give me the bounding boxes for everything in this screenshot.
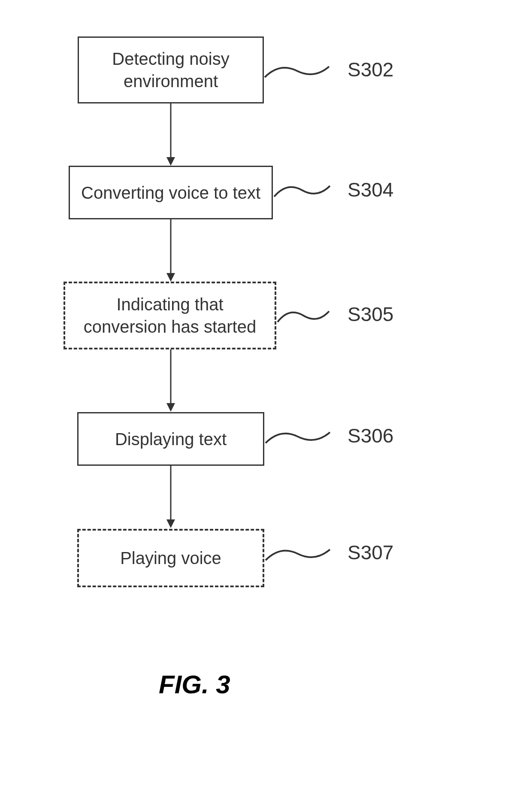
step-label-s306: S306 xyxy=(348,424,393,447)
step-box-s304: Converting voice to text xyxy=(69,166,273,219)
svg-marker-7 xyxy=(166,519,175,528)
step-label-s307: S307 xyxy=(348,541,393,564)
connector-s306 xyxy=(263,426,332,452)
arrow-2 xyxy=(164,219,177,284)
step-box-s305: Indicating thatconversion has started xyxy=(63,282,276,349)
step-text-s302: Detecting noisyenvironment xyxy=(112,48,229,92)
step-label-s302: S302 xyxy=(348,58,393,81)
svg-marker-3 xyxy=(166,273,175,282)
svg-marker-1 xyxy=(166,157,175,166)
step-label-s305: S305 xyxy=(348,303,393,326)
step-box-s306: Displaying text xyxy=(77,412,264,466)
step-text-s307: Playing voice xyxy=(120,547,221,569)
connector-s302 xyxy=(263,60,331,86)
step-label-s304: S304 xyxy=(348,178,393,201)
arrow-4 xyxy=(164,466,177,530)
flowchart-diagram: Detecting noisyenvironment S302 Converti… xyxy=(0,0,532,786)
connector-s307 xyxy=(263,543,332,569)
step-box-s302: Detecting noisyenvironment xyxy=(78,36,264,103)
figure-label: FIG. 3 xyxy=(159,670,230,699)
connector-s305 xyxy=(275,305,331,331)
arrow-1 xyxy=(164,103,177,168)
arrow-3 xyxy=(164,349,177,414)
step-text-s304: Converting voice to text xyxy=(81,182,260,204)
step-text-s305: Indicating thatconversion has started xyxy=(84,293,256,338)
svg-marker-5 xyxy=(166,403,175,412)
step-box-s307: Playing voice xyxy=(77,529,264,587)
step-text-s306: Displaying text xyxy=(115,428,227,450)
connector-s304 xyxy=(272,179,332,205)
